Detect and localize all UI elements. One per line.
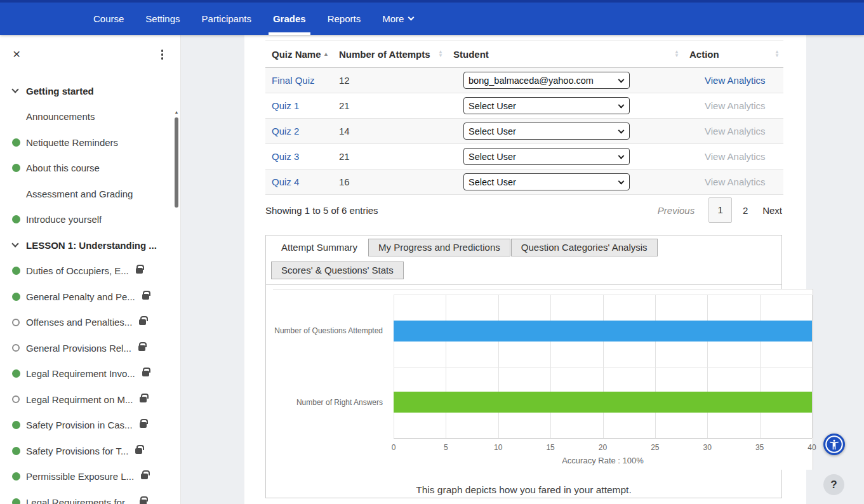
sidebar-item-offenses-and-penalties[interactable]: Offenses and Penalties... bbox=[0, 310, 180, 336]
sidebar-item-label: Assessment and Grading bbox=[26, 189, 133, 199]
table-footer: Showing 1 to 5 of 6 entries Previous 12 … bbox=[265, 195, 783, 225]
sidebar-item-safety-provisions-for-t[interactable]: Safety Provisions for T... bbox=[0, 438, 180, 464]
top-navigation: CourseSettingsParticipantsGradesReportsM… bbox=[0, 0, 864, 35]
completed-dot-icon bbox=[12, 369, 26, 378]
tab-my-progress-and-predictions[interactable]: My Progress and Predictions bbox=[368, 239, 510, 256]
nav-item-more[interactable]: More bbox=[371, 3, 424, 35]
accessibility-button[interactable] bbox=[823, 434, 845, 455]
tab-attempt-summary[interactable]: Attempt Summary bbox=[271, 239, 368, 256]
sidebar-item-label: Introduce yourself bbox=[26, 214, 102, 225]
sidebar-item-label: General Provisions Rel... bbox=[26, 343, 131, 354]
main-content: Quiz Name▲Number of Attempts▲▼Student▲▼A… bbox=[244, 35, 806, 504]
nav-item-settings[interactable]: Settings bbox=[135, 3, 190, 35]
attempts-count: 14 bbox=[333, 126, 447, 136]
sort-arrows-icon[interactable]: ▲▼ bbox=[438, 50, 443, 58]
x-tick-label: 25 bbox=[651, 443, 659, 452]
incomplete-circle-icon bbox=[12, 395, 26, 403]
table-row: Quiz 214Select UserView Analytics bbox=[265, 119, 783, 144]
kebab-menu-icon[interactable] bbox=[158, 48, 167, 62]
quiz-name-link[interactable]: Quiz 3 bbox=[265, 151, 333, 162]
sort-arrows-icon[interactable]: ▲▼ bbox=[674, 50, 679, 58]
tab-question-categories-analysis[interactable]: Question Categories' Analysis bbox=[511, 239, 658, 256]
pagination: Previous 12 Next bbox=[658, 197, 782, 223]
view-analytics-link[interactable]: View Analytics bbox=[705, 176, 783, 187]
nav-item-label: Participants bbox=[202, 13, 251, 24]
sidebar-header: × bbox=[0, 35, 180, 73]
scroll-up-arrow-icon[interactable]: ▲ bbox=[174, 110, 179, 114]
column-header-action[interactable]: Action▲▼ bbox=[683, 41, 783, 67]
sidebar-item-label: Legal Requirements for... bbox=[26, 497, 133, 504]
sidebar-item-legal-requirements-for[interactable]: Legal Requirements for... bbox=[0, 489, 180, 504]
course-index-sidebar: × Getting startedAnnouncementsNetiquette… bbox=[0, 35, 181, 504]
lock-icon bbox=[138, 345, 145, 351]
view-analytics-link[interactable]: View Analytics bbox=[705, 151, 783, 162]
sidebar-item-assessment-and-grading[interactable]: Assessment and Grading bbox=[0, 181, 180, 207]
close-sidebar-icon[interactable]: × bbox=[13, 48, 20, 60]
view-analytics-link[interactable]: View Analytics bbox=[705, 126, 783, 136]
analytics-tab-panel: Attempt SummaryMy Progress and Predictio… bbox=[265, 235, 782, 498]
sidebar-item-legal-requirment-on-m[interactable]: Legal Requirment on M... bbox=[0, 387, 180, 413]
sidebar-item-label: General Penalty and Pe... bbox=[26, 291, 135, 302]
quiz-name-link[interactable]: Final Quiz bbox=[265, 75, 333, 86]
completed-dot-icon bbox=[12, 164, 26, 172]
student-select[interactable]: Select User bbox=[463, 123, 630, 140]
sidebar-scrollbar[interactable]: ▲ bbox=[174, 110, 179, 504]
quiz-name-link[interactable]: Quiz 4 bbox=[265, 176, 333, 187]
pagination-next[interactable]: Next bbox=[762, 205, 782, 216]
sort-arrows-icon[interactable]: ▲ bbox=[323, 52, 329, 56]
view-analytics-link[interactable]: View Analytics bbox=[705, 100, 783, 111]
pagination-page-2[interactable]: 2 bbox=[737, 205, 754, 216]
sidebar-item-safety-provision-in-cas[interactable]: Safety Provision in Cas... bbox=[0, 413, 180, 439]
sidebar-item-general-provisions-rel[interactable]: General Provisions Rel... bbox=[0, 335, 180, 361]
quiz-name-link[interactable]: Quiz 2 bbox=[265, 126, 333, 136]
column-header-student[interactable]: Student▲▼ bbox=[447, 41, 683, 67]
sidebar-item-general-penalty-and-pe[interactable]: General Penalty and Pe... bbox=[0, 284, 180, 310]
chart-x-axis-ticks: 0510152025303540 bbox=[394, 442, 812, 453]
student-select[interactable]: bong_balmaceda@yahoo.com bbox=[463, 72, 630, 89]
view-analytics-link[interactable]: View Analytics bbox=[705, 75, 783, 86]
completed-dot-icon bbox=[12, 138, 26, 147]
sort-arrows-icon[interactable]: ▲▼ bbox=[774, 50, 780, 58]
chart-x-axis-label: Accuracy Rate : 100% bbox=[394, 456, 812, 465]
attempts-count: 12 bbox=[333, 75, 447, 86]
pagination-previous[interactable]: Previous bbox=[658, 205, 695, 216]
x-tick-label: 15 bbox=[546, 443, 554, 452]
table-body: Final Quiz12bong_balmaceda@yahoo.comView… bbox=[265, 68, 783, 195]
tab-scores-questions-stats[interactable]: Scores' & Questions' Stats bbox=[271, 262, 404, 279]
sidebar-item-lesson-1-understanding[interactable]: LESSON 1: Understanding ... bbox=[0, 232, 180, 258]
column-header-quiz-name[interactable]: Quiz Name▲ bbox=[265, 41, 333, 67]
sidebar-item-label: Legal Requirment on M... bbox=[26, 394, 133, 405]
sidebar-item-label: Netiquette Reminders bbox=[26, 137, 118, 148]
student-select[interactable]: Select User bbox=[463, 148, 630, 165]
lock-icon bbox=[142, 371, 149, 376]
lock-icon bbox=[139, 319, 146, 325]
help-label: ? bbox=[830, 479, 837, 491]
tab-content: Number of Questions AttemptedNumber of R… bbox=[266, 285, 781, 504]
sidebar-item-netiquette-reminders[interactable]: Netiquette Reminders bbox=[0, 129, 180, 156]
scrollbar-thumb[interactable] bbox=[175, 117, 178, 208]
sidebar-item-introduce-yourself[interactable]: Introduce yourself bbox=[0, 207, 180, 233]
sidebar-item-permissible-exposure-l[interactable]: Permissible Exposure L... bbox=[0, 464, 180, 490]
sidebar-item-duties-of-occupiers-e[interactable]: Duties of Occupiers, E... bbox=[0, 258, 180, 284]
nav-item-participants[interactable]: Participants bbox=[191, 3, 262, 35]
completed-dot-icon bbox=[12, 421, 26, 429]
sidebar-item-announcements[interactable]: Announcements bbox=[0, 104, 180, 130]
chart-category-row bbox=[394, 295, 812, 367]
sidebar-item-label: Announcements bbox=[26, 111, 95, 122]
sidebar-item-about-this-course[interactable]: About this course bbox=[0, 156, 180, 182]
pagination-page-1[interactable]: 1 bbox=[708, 197, 732, 223]
sidebar-item-label: About this course bbox=[26, 162, 100, 173]
sidebar-item-legal-requirement-invo[interactable]: Legal Requirement Invo... bbox=[0, 361, 180, 387]
column-header-number-of-attempts[interactable]: Number of Attempts▲▼ bbox=[333, 41, 447, 67]
completed-dot-icon bbox=[12, 267, 26, 275]
nav-item-course[interactable]: Course bbox=[83, 3, 135, 35]
nav-item-label: Settings bbox=[145, 13, 180, 24]
nav-item-grades[interactable]: Grades bbox=[262, 3, 317, 35]
nav-item-reports[interactable]: Reports bbox=[317, 3, 372, 35]
category-label: Number of Questions Attempted bbox=[273, 295, 389, 367]
help-button[interactable]: ? bbox=[823, 474, 844, 495]
student-select[interactable]: Select User bbox=[463, 173, 630, 190]
quiz-name-link[interactable]: Quiz 1 bbox=[265, 100, 333, 111]
sidebar-item-getting-started[interactable]: Getting started bbox=[0, 78, 180, 104]
student-select[interactable]: Select User bbox=[463, 97, 630, 114]
